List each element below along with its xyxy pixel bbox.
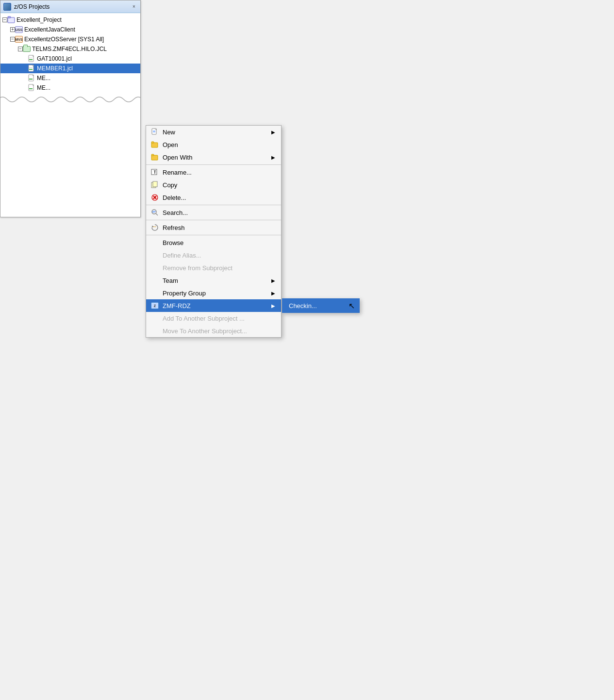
mvs-icon: MVS bbox=[15, 35, 23, 43]
menu-label-open-with: Open With bbox=[163, 154, 267, 161]
menu-label-zmf-rdz: ZMF-RDZ bbox=[163, 302, 267, 309]
tree-label-file2: MEMBER1.jcl bbox=[37, 65, 73, 72]
property-group-arrow: ▶ bbox=[271, 291, 275, 296]
tree-item-dataset[interactable]: − TELMS.ZMF4ECL.HILO.JCL bbox=[0, 44, 140, 54]
remove-subproject-icon bbox=[151, 264, 159, 272]
tree-item-file2[interactable]: MEMBER1.jcl bbox=[0, 64, 140, 73]
svg-rect-29 bbox=[152, 211, 156, 212]
zmf-rdz-submenu: Checkin... ↖ bbox=[282, 298, 360, 313]
menu-item-refresh[interactable]: Refresh bbox=[146, 221, 281, 234]
separator-1 bbox=[146, 164, 281, 165]
svg-rect-0 bbox=[8, 17, 15, 23]
menu-item-browse[interactable]: Browse bbox=[146, 236, 281, 249]
svg-rect-9 bbox=[29, 79, 33, 80]
menu-label-open: Open bbox=[163, 141, 275, 148]
project-tree: − Excellent_Project + USS ExcellentJavaC… bbox=[0, 13, 140, 217]
menu-label-team: Team bbox=[163, 277, 267, 284]
menu-item-zmf-rdz[interactable]: Z ZMF-RDZ ▶ bbox=[146, 299, 281, 312]
zmf-rdz-icon: Z bbox=[151, 302, 159, 309]
panel-title: z/OS Projects bbox=[14, 3, 128, 10]
menu-item-copy[interactable]: Copy bbox=[146, 179, 281, 191]
project-explorer-panel: z/OS Projects × − Excellent_Project + US… bbox=[0, 0, 141, 217]
menu-label-search: Search... bbox=[163, 209, 275, 216]
tree-item-server[interactable]: − MVS ExcellentzOSServer [SYS1 All] bbox=[0, 34, 140, 44]
menu-item-open-with[interactable]: Open With ▶ bbox=[146, 151, 281, 163]
panel-title-bar: z/OS Projects × bbox=[0, 0, 140, 13]
tree-item-file3[interactable]: ME... bbox=[0, 73, 140, 83]
uss-icon: USS bbox=[15, 26, 23, 33]
svg-rect-32 bbox=[153, 227, 156, 227]
menu-item-delete[interactable]: Delete... bbox=[146, 191, 281, 204]
open-with-arrow: ▶ bbox=[271, 155, 275, 160]
menu-item-property-group[interactable]: Property Group ▶ bbox=[146, 287, 281, 299]
svg-rect-19 bbox=[151, 169, 157, 175]
menu-label-move-subproject: Move To Another Subproject... bbox=[163, 327, 275, 335]
file-icon-3 bbox=[28, 74, 35, 82]
property-group-icon bbox=[151, 289, 159, 297]
team-arrow: ▶ bbox=[271, 278, 275, 283]
menu-item-move-subproject: Move To Another Subproject... bbox=[146, 325, 281, 337]
menu-item-open[interactable]: Open bbox=[146, 138, 281, 151]
tree-label-java: ExcellentJavaClient bbox=[24, 26, 75, 33]
menu-item-search[interactable]: Search... bbox=[146, 206, 281, 219]
separator-4 bbox=[146, 235, 281, 235]
menu-label-new: New bbox=[163, 129, 267, 136]
svg-rect-1 bbox=[8, 16, 11, 18]
file-icon-2 bbox=[28, 65, 35, 72]
menu-label-delete: Delete... bbox=[163, 194, 275, 201]
file-icon-4 bbox=[28, 84, 35, 92]
refresh-icon bbox=[151, 224, 159, 231]
svg-line-28 bbox=[156, 213, 158, 215]
open-with-icon bbox=[151, 153, 159, 161]
menu-item-add-subproject: Add To Another Subproject ... bbox=[146, 312, 281, 325]
add-subproject-icon bbox=[151, 314, 159, 322]
svg-rect-4 bbox=[29, 58, 33, 58]
menu-item-remove-subproject: Remove from Subproject bbox=[146, 261, 281, 274]
context-menu: New ▶ Open Open With ▶ bbox=[146, 125, 282, 338]
panel-close-button[interactable]: × bbox=[131, 3, 137, 10]
zmf-rdz-arrow: ▶ bbox=[271, 303, 275, 309]
toggle-java[interactable]: + bbox=[10, 27, 15, 32]
tree-item-java[interactable]: + USS ExcellentJavaClient bbox=[0, 25, 140, 34]
tree-item-file1[interactable]: GAT10001.jcl bbox=[0, 54, 140, 64]
copy-icon bbox=[151, 181, 159, 189]
tree-decoration bbox=[0, 95, 140, 104]
svg-rect-16 bbox=[151, 142, 154, 143]
separator-2 bbox=[146, 205, 281, 205]
toggle-dataset[interactable]: − bbox=[18, 47, 23, 51]
submenu-item-checkin[interactable]: Checkin... ↖ bbox=[283, 299, 359, 312]
browse-icon bbox=[151, 239, 159, 246]
menu-label-rename: Rename... bbox=[163, 169, 275, 176]
menu-label-property-group: Property Group bbox=[163, 290, 267, 297]
svg-rect-23 bbox=[153, 181, 157, 187]
menu-label-remove-subproject: Remove from Subproject bbox=[163, 264, 275, 272]
tree-label-dataset: TELMS.ZMF4ECL.HILO.JCL bbox=[32, 46, 107, 52]
team-icon bbox=[151, 277, 159, 284]
cursor-indicator: ↖ bbox=[348, 301, 355, 310]
tree-item-file4[interactable]: ME... bbox=[0, 83, 140, 93]
toggle-root[interactable]: − bbox=[2, 17, 7, 22]
toggle-server[interactable]: − bbox=[10, 37, 15, 42]
svg-point-27 bbox=[152, 210, 156, 214]
menu-item-define-alias: Define Alias... bbox=[146, 249, 281, 261]
tree-label-root: Excellent_Project bbox=[17, 16, 62, 23]
menu-label-add-subproject: Add To Another Subproject ... bbox=[163, 315, 275, 322]
svg-rect-6 bbox=[29, 69, 33, 70]
delete-icon bbox=[151, 194, 159, 201]
move-subproject-icon bbox=[151, 327, 159, 335]
svg-rect-11 bbox=[29, 88, 33, 89]
define-alias-icon bbox=[151, 251, 159, 259]
panel-icon bbox=[3, 3, 11, 11]
menu-item-team[interactable]: Team ▶ bbox=[146, 274, 281, 287]
tree-label-file4: ME... bbox=[37, 84, 50, 91]
svg-rect-18 bbox=[151, 154, 154, 156]
svg-rect-7 bbox=[29, 67, 33, 68]
open-icon bbox=[151, 141, 159, 148]
new-arrow: ▶ bbox=[271, 130, 275, 135]
project-icon bbox=[7, 16, 15, 24]
tree-item-root[interactable]: − Excellent_Project bbox=[0, 15, 140, 25]
menu-item-rename[interactable]: Rename... bbox=[146, 166, 281, 179]
menu-item-new[interactable]: New ▶ bbox=[146, 126, 281, 138]
file-icon-1 bbox=[28, 55, 35, 63]
new-icon bbox=[151, 128, 159, 136]
